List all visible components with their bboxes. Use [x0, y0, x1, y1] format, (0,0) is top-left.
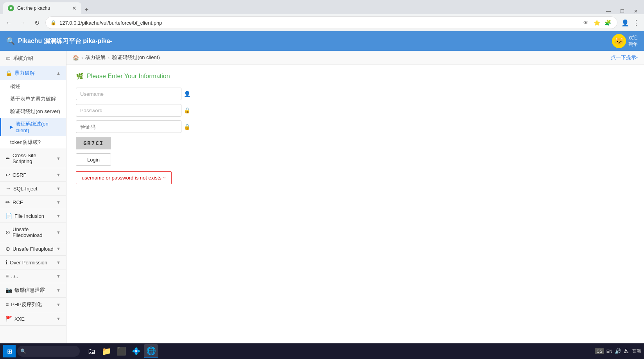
chevron-si-icon: ▼ [56, 288, 61, 293]
section-header-permission[interactable]: ℹ Over Permission ▼ [0, 256, 66, 269]
login-button[interactable]: Login [76, 153, 111, 166]
avatar: 🐱 [612, 34, 626, 48]
extensions-icon[interactable]: 🧩 [603, 18, 612, 27]
chevron-csrf-icon: ▼ [56, 172, 61, 177]
sidebar-section-permission: ℹ Over Permission ▼ [0, 256, 66, 269]
overview-label: 概述 [10, 83, 20, 90]
sidebar-item-form-bruteforce[interactable]: 基于表单的暴力破解 [0, 93, 66, 105]
sidebar: 🏷 系统介绍 🔒 暴力破解 ▲ 概述 [0, 51, 66, 343]
rce-label: RCE [13, 199, 23, 205]
bruteforce-label: 暴力破解 [14, 70, 35, 77]
error-message-box: username or password is not exists ~ [76, 171, 172, 184]
sidebar-item-token[interactable]: token防爆破? [0, 136, 66, 149]
window-close-button[interactable]: ✕ [631, 9, 641, 14]
section-header-xxe[interactable]: 🚩 XXE ▼ [0, 312, 66, 325]
xss-icon: ✒ [5, 155, 10, 162]
error-message-text: username or password is not exists ~ [82, 175, 166, 181]
tab-bar: P Get the pikachu ✕ + — ❐ ✕ [0, 0, 644, 14]
user-profile-icon[interactable]: 👤 [621, 18, 630, 27]
new-tab-button[interactable]: + [81, 6, 92, 14]
forward-button[interactable]: → [17, 17, 28, 28]
sidebar-item-captcha-client[interactable]: ▶ 验证码绕过(on client) [0, 118, 66, 136]
section-header-file-inclusion[interactable]: 📄 File Inclusion ▼ [0, 209, 66, 223]
token-label: token防爆破? [10, 139, 41, 146]
bruteforce-sub-items: 概述 基于表单的暴力破解 验证码绕过(on server) ▶ 验证码绕过(on… [0, 80, 66, 149]
sidebar-system-intro[interactable]: 🏷 系统介绍 [0, 51, 66, 66]
breadcrumb-separator2: › [108, 55, 109, 61]
browser-tab[interactable]: P Get the pikachu ✕ [3, 2, 81, 14]
section-header-bruteforce[interactable]: 🔒 暴力破解 ▲ [0, 66, 66, 80]
php-serial-label: PHP反序列化 [11, 301, 42, 308]
tab-favicon: P [8, 5, 14, 11]
permission-icon: ℹ [5, 259, 7, 266]
sidebar-section-php-serial: ≡ PHP反序列化 ▼ [0, 298, 66, 312]
section-header-rce[interactable]: ✏ RCE ▼ [0, 196, 66, 209]
sidebar-section-filedownload: ⊙ Unsafe Filedownload ▼ [0, 223, 66, 242]
password-row: 🔒 [76, 104, 209, 117]
chevron-dd-icon: ▼ [56, 274, 61, 278]
logo-icon: 🔍 [6, 37, 15, 45]
taskbar-app-explorer[interactable]: 🗂 [84, 344, 99, 358]
home-icon[interactable]: 🏠 [73, 55, 79, 61]
dotdot-label: ../.. [11, 273, 18, 279]
hint-link[interactable]: 点一下提示- [611, 54, 638, 61]
tab-controls: — ❐ ✕ [603, 9, 641, 14]
chevron-down-icon: ▲ [56, 71, 61, 75]
captcha-image[interactable]: GR7CI [76, 137, 111, 149]
search-icon: 🔍 [20, 348, 26, 354]
username-input[interactable] [76, 88, 181, 100]
sidebar-section-sql: → SQL-Inject ▼ [0, 182, 66, 196]
php-serial-icon: ≡ [5, 302, 9, 308]
sidebar-section-sensitive: 📷 敏感信息泄露 ▼ [0, 283, 66, 298]
taskbar-app-browser[interactable]: 🌐 [144, 344, 158, 358]
taskbar-search[interactable]: 🔍 [17, 346, 80, 357]
secure-icon: 🔒 [50, 20, 56, 25]
sidebar-section-csrf: ↩ CSRF ▼ [0, 168, 66, 182]
window-minimize-button[interactable]: — [603, 9, 614, 14]
section-header-php-serial[interactable]: ≡ PHP反序列化 ▼ [0, 298, 66, 312]
taskbar-app-vscode[interactable]: ⬛ [114, 344, 128, 358]
system-intro-label: 系统介绍 [13, 55, 33, 62]
section-header-fileupload[interactable]: ⊙ Unsafe Fileupload ▼ [0, 242, 66, 255]
taskbar-app-folder[interactable]: 📁 [99, 344, 113, 358]
tray-volume-icon[interactable]: 🔊 [615, 348, 621, 354]
section-header-sql[interactable]: → SQL-Inject ▼ [0, 182, 66, 195]
captcha-input[interactable] [76, 120, 181, 133]
xxe-label: XXE [14, 316, 25, 322]
captcha-image-row: GR7CI [76, 137, 209, 149]
app-header: 🔍 Pikachu 漏洞练习平台 pika-pika- 🐱 欢迎 鹳年 [0, 31, 644, 51]
reload-button[interactable]: ↻ [31, 17, 42, 28]
taskbar: ⊞ 🔍 🗂 📁 ⬛ 💠 🌐 CS EN 🔊 🖧 菩滿 [0, 343, 644, 359]
address-bar[interactable]: 🔒 127.0.0.1/pikachu/vul/burteforce/bf_cl… [45, 16, 617, 29]
sidebar-item-overview[interactable]: 概述 [0, 80, 66, 93]
section-header-csrf[interactable]: ↩ CSRF ▼ [0, 168, 66, 181]
section-header-sensitive[interactable]: 📷 敏感信息泄露 ▼ [0, 283, 66, 297]
avatar-area: 🐱 欢迎 鹳年 [612, 34, 638, 48]
window-maximize-button[interactable]: ❐ [617, 9, 628, 14]
bookmark-icon[interactable]: ⭐ [592, 18, 601, 27]
taskbar-app-term[interactable]: 💠 [129, 344, 143, 358]
captcha-server-label: 验证码绕过(on server) [10, 108, 60, 115]
back-button[interactable]: ← [3, 17, 14, 28]
reader-mode-icon[interactable]: 👁 [581, 18, 590, 27]
tab-close-button[interactable]: ✕ [72, 5, 77, 11]
login-form: 👤 🔒 🔒 [76, 88, 209, 184]
sidebar-section-xxe: 🚩 XXE ▼ [0, 312, 66, 326]
app-logo: 🔍 Pikachu 漏洞练习平台 pika-pika- [6, 37, 112, 45]
section-header-xss[interactable]: ✒ Cross-Site Scripting ▼ [0, 149, 66, 168]
sidebar-item-captcha-server[interactable]: 验证码绕过(on server) [0, 105, 66, 118]
main-layout: 🏷 系统介绍 🔒 暴力破解 ▲ 概述 [0, 51, 644, 343]
sensitive-label: 敏感信息泄露 [14, 287, 45, 294]
taskbar-right: CS EN 🔊 🖧 菩滿 [595, 348, 641, 354]
section-header-filedownload[interactable]: ⊙ Unsafe Filedownload ▼ [0, 223, 66, 242]
user-icon: 👤 [184, 91, 190, 97]
permission-label: Over Permission [10, 260, 47, 266]
section-header-dotdot[interactable]: ≡ ../.. ▼ [0, 269, 66, 283]
start-button[interactable]: ⊞ [3, 345, 16, 357]
sidebar-section-xss: ✒ Cross-Site Scripting ▼ [0, 149, 66, 168]
sql-icon: → [5, 185, 11, 192]
menu-icon[interactable]: ⋮ [631, 18, 641, 27]
password-input[interactable] [76, 104, 181, 117]
bruteforce-icon: 🔒 [5, 70, 12, 76]
tray-network-icon[interactable]: 🖧 [624, 348, 629, 354]
